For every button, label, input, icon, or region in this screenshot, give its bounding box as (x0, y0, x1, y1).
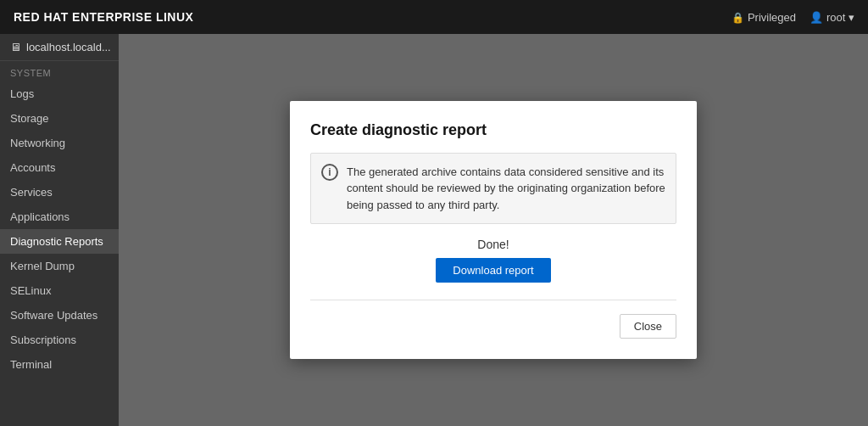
sidebar-item-software-updates[interactable]: Software Updates (0, 303, 119, 328)
modal-footer: Close (310, 300, 676, 339)
sidebar: localhost.locald... System Logs Storage … (0, 34, 119, 426)
user-icon (810, 11, 823, 24)
download-report-button[interactable]: Download report (436, 258, 550, 283)
modal-warning-text: The generated archive contains data cons… (347, 164, 665, 214)
sidebar-item-selinux[interactable]: SELinux (0, 278, 119, 303)
navbar-right: Privileged root (732, 11, 854, 24)
privileged-label: Privileged (748, 11, 796, 24)
top-navbar: RED HAT ENTERPRISE LINUX Privileged root (0, 0, 868, 34)
sidebar-item-services[interactable]: Services (0, 180, 119, 205)
diagnostic-report-modal: Create diagnostic report i The generated… (290, 101, 697, 360)
close-button[interactable]: Close (620, 314, 676, 339)
sidebar-item-networking[interactable]: Networking (0, 131, 119, 155)
privileged-indicator: Privileged (732, 11, 796, 24)
main-layout: localhost.locald... System Logs Storage … (0, 34, 868, 426)
user-menu[interactable]: root (810, 11, 854, 24)
sidebar-item-diagnostic-reports[interactable]: Diagnostic Reports (0, 229, 119, 254)
sidebar-item-logs[interactable]: Logs (0, 81, 119, 106)
sidebar-item-terminal[interactable]: Terminal (0, 352, 119, 377)
sidebar-host[interactable]: localhost.locald... (0, 34, 119, 61)
lock-icon (732, 11, 744, 24)
sidebar-section-label: System (0, 61, 119, 81)
modal-done-label: Done! (310, 238, 676, 251)
modal-warning-box: i The generated archive contains data co… (310, 153, 676, 225)
server-icon (10, 41, 21, 53)
sidebar-item-applications[interactable]: Applications (0, 205, 119, 229)
modal-overlay: Create diagnostic report i The generated… (119, 34, 868, 426)
sidebar-item-kernel-dump[interactable]: Kernel Dump (0, 254, 119, 278)
host-label: localhost.locald... (26, 41, 111, 53)
sidebar-item-storage[interactable]: Storage (0, 106, 119, 131)
content-area: This tool will c... ...th the system. Cr… (119, 34, 868, 426)
info-icon: i (321, 164, 338, 181)
user-label: root (826, 11, 854, 24)
sidebar-item-subscriptions[interactable]: Subscriptions (0, 328, 119, 352)
sidebar-item-accounts[interactable]: Accounts (0, 155, 119, 180)
app-brand: RED HAT ENTERPRISE LINUX (14, 10, 193, 24)
modal-title: Create diagnostic report (310, 121, 676, 139)
